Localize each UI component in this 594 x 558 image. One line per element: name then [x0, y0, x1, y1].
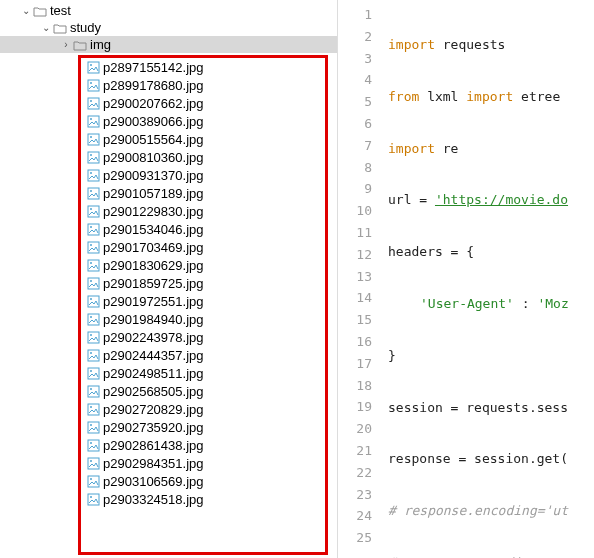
file-name: p2902243978.jpg [103, 330, 204, 345]
image-file-icon [85, 331, 101, 344]
line-number: 15 [338, 309, 382, 331]
code-editor[interactable]: 1234567891011121314151617181920212223242… [338, 0, 594, 558]
file-name: p2901830629.jpg [103, 258, 204, 273]
svg-point-39 [90, 406, 92, 408]
folder-label: study [70, 20, 101, 35]
image-file-icon [85, 385, 101, 398]
image-file-icon [85, 475, 101, 488]
file-name: p2900207662.jpg [103, 96, 204, 111]
file-item[interactable]: p2900389066.jpg [85, 112, 321, 130]
svg-rect-24 [88, 278, 99, 289]
svg-point-37 [90, 388, 92, 390]
file-item[interactable]: p2902720829.jpg [85, 400, 321, 418]
svg-point-15 [90, 190, 92, 192]
line-number: 9 [338, 178, 382, 200]
svg-rect-22 [88, 260, 99, 271]
file-item[interactable]: p2901859725.jpg [85, 274, 321, 292]
file-item[interactable]: p2902444357.jpg [85, 346, 321, 364]
file-item[interactable]: p2902735920.jpg [85, 418, 321, 436]
svg-point-43 [90, 442, 92, 444]
file-name: p2900931370.jpg [103, 168, 204, 183]
line-number: 5 [338, 91, 382, 113]
file-name: p2902444357.jpg [103, 348, 204, 363]
image-file-icon [85, 223, 101, 236]
file-name: p2902498511.jpg [103, 366, 204, 381]
file-item[interactable]: p2902568505.jpg [85, 382, 321, 400]
tree-folder-test[interactable]: ⌄ test [0, 2, 337, 19]
svg-point-31 [90, 334, 92, 336]
image-file-icon [85, 169, 101, 182]
file-name: p2900389066.jpg [103, 114, 204, 129]
file-item[interactable]: p2903106569.jpg [85, 472, 321, 490]
svg-rect-32 [88, 350, 99, 361]
file-item[interactable]: p2900515564.jpg [85, 130, 321, 148]
file-name: p2897155142.jpg [103, 60, 204, 75]
svg-rect-38 [88, 404, 99, 415]
svg-point-11 [90, 154, 92, 156]
file-name: p2900515564.jpg [103, 132, 204, 147]
file-item[interactable]: p2902243978.jpg [85, 328, 321, 346]
svg-rect-26 [88, 296, 99, 307]
file-name: p2901229830.jpg [103, 204, 204, 219]
svg-rect-12 [88, 170, 99, 181]
file-item[interactable]: p2901229830.jpg [85, 202, 321, 220]
image-file-icon [85, 259, 101, 272]
image-file-icon [85, 367, 101, 380]
svg-point-35 [90, 370, 92, 372]
folder-icon [32, 5, 48, 17]
file-item[interactable]: p2900931370.jpg [85, 166, 321, 184]
file-item[interactable]: p2902498511.jpg [85, 364, 321, 382]
file-name: p2901972551.jpg [103, 294, 204, 309]
svg-point-29 [90, 316, 92, 318]
svg-rect-36 [88, 386, 99, 397]
file-name: p2903324518.jpg [103, 492, 204, 507]
file-item[interactable]: p2900810360.jpg [85, 148, 321, 166]
svg-rect-4 [88, 98, 99, 109]
line-number: 4 [338, 69, 382, 91]
svg-rect-28 [88, 314, 99, 325]
file-name: p2903106569.jpg [103, 474, 204, 489]
code-area[interactable]: import requests from lxml import etree i… [382, 0, 594, 558]
svg-point-1 [90, 64, 92, 66]
file-item[interactable]: p2902984351.jpg [85, 454, 321, 472]
file-name: p2902735920.jpg [103, 420, 204, 435]
file-item[interactable]: p2901534046.jpg [85, 220, 321, 238]
file-item[interactable]: p2901057189.jpg [85, 184, 321, 202]
tree-folder-img[interactable]: › img [0, 36, 337, 53]
chevron-down-icon: ⌄ [40, 22, 52, 33]
line-number: 3 [338, 48, 382, 70]
svg-rect-16 [88, 206, 99, 217]
svg-rect-40 [88, 422, 99, 433]
line-number: 19 [338, 396, 382, 418]
svg-rect-34 [88, 368, 99, 379]
file-item[interactable]: p2902861438.jpg [85, 436, 321, 454]
svg-point-41 [90, 424, 92, 426]
svg-point-5 [90, 100, 92, 102]
svg-point-49 [90, 496, 92, 498]
file-item[interactable]: p2901984940.jpg [85, 310, 321, 328]
svg-point-13 [90, 172, 92, 174]
svg-point-23 [90, 262, 92, 264]
file-item[interactable]: p2901830629.jpg [85, 256, 321, 274]
line-number: 14 [338, 287, 382, 309]
file-item[interactable]: p2901972551.jpg [85, 292, 321, 310]
line-number-gutter: 1234567891011121314151617181920212223242… [338, 0, 382, 558]
file-item[interactable]: p2901703469.jpg [85, 238, 321, 256]
image-file-icon [85, 349, 101, 362]
svg-rect-18 [88, 224, 99, 235]
project-tree-panel: ⌄ test ⌄ study › img p2897155142 [0, 0, 338, 558]
tree-folder-study[interactable]: ⌄ study [0, 19, 337, 36]
image-file-icon [85, 295, 101, 308]
file-item[interactable]: p2903324518.jpg [85, 490, 321, 508]
file-name: p2901057189.jpg [103, 186, 204, 201]
folder-icon [52, 22, 68, 34]
file-name: p2901534046.jpg [103, 222, 204, 237]
svg-rect-6 [88, 116, 99, 127]
line-number: 17 [338, 353, 382, 375]
line-number: 21 [338, 440, 382, 462]
svg-rect-42 [88, 440, 99, 451]
file-item[interactable]: p2899178680.jpg [85, 76, 321, 94]
file-name: p2901984940.jpg [103, 312, 204, 327]
file-item[interactable]: p2900207662.jpg [85, 94, 321, 112]
file-item[interactable]: p2897155142.jpg [85, 58, 321, 76]
